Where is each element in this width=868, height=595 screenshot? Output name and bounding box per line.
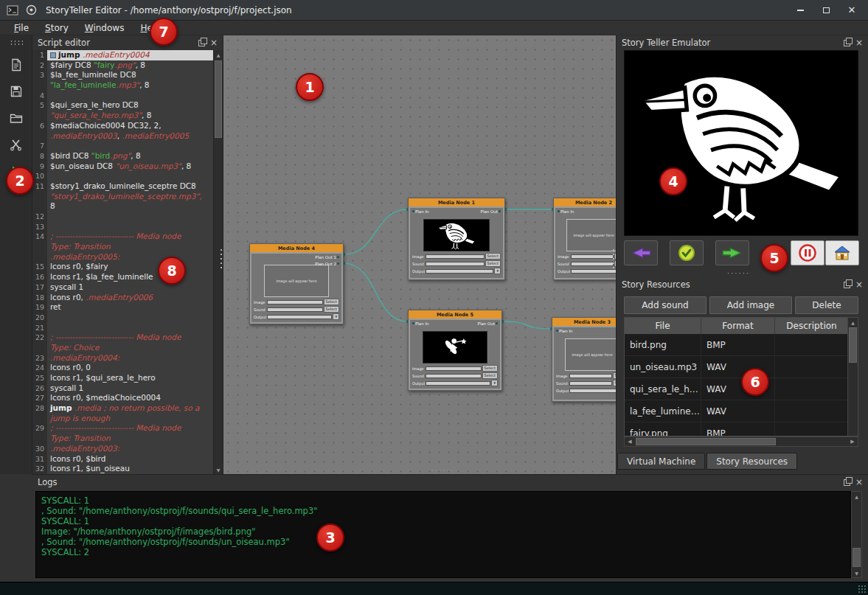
delete-button[interactable]: Delete	[795, 296, 858, 314]
code-line[interactable]: "qui_sera_le_hero.mp3", 8	[32, 111, 214, 121]
code-line[interactable]: "la_fee_luminelle.mp3", 8	[32, 80, 214, 91]
float-icon[interactable]	[198, 40, 205, 46]
resource-row[interactable]: la_fee_lumine…WAV	[625, 400, 858, 422]
code-line[interactable]: 20	[32, 313, 214, 323]
resource-row[interactable]: un_oiseau.mp3WAV	[625, 356, 858, 378]
column-header-file[interactable]: File	[625, 318, 701, 334]
node-output-port[interactable]: Plan Out	[478, 321, 499, 327]
save-button[interactable]	[7, 83, 26, 100]
code-line[interactable]: 6$mediaChoice0004 DC32, 2,	[32, 121, 214, 131]
close-icon[interactable]: ×	[210, 38, 218, 47]
code-line[interactable]: jump is enough	[32, 414, 214, 424]
emulator-back-button[interactable]	[624, 240, 658, 265]
node-field-value[interactable]	[569, 389, 616, 393]
code-line[interactable]: 9$un_oiseau DC8 "un_oiseau.mp3", 8	[32, 161, 214, 172]
menu-windows[interactable]: Windows	[78, 22, 131, 34]
scroll-up-icon[interactable]: ▲	[214, 50, 223, 59]
code-line[interactable]: 26syscall 1	[32, 383, 214, 394]
code-line[interactable]: 22; ---------------------------- Media n…	[32, 333, 214, 343]
node-select-button[interactable]: Select	[613, 380, 616, 386]
node-output-port[interactable]: Plan Out 1	[315, 254, 340, 260]
emulator-validate-button[interactable]	[670, 240, 704, 265]
float-icon[interactable]	[844, 282, 850, 288]
code-line[interactable]: 27lcons r0, $mediaChoice0004	[32, 393, 214, 403]
code-line[interactable]: .mediaEntry0005:	[32, 252, 214, 262]
node-select-button[interactable]: Select	[324, 299, 339, 305]
splitter-grip[interactable]	[219, 248, 223, 270]
resources-hscrollbar[interactable]: ◀ ▶	[624, 436, 858, 447]
node-field-value[interactable]	[426, 381, 490, 386]
scroll-up-icon[interactable]: ▲	[852, 492, 861, 501]
tab-story-resources[interactable]: Story Resources	[706, 453, 797, 470]
code-line[interactable]: 25lcons r1, $qui_sera_le_hero	[32, 373, 214, 383]
resources-table-scrollbar[interactable]: ▲	[847, 318, 858, 436]
node-select-button[interactable]: Select	[613, 372, 616, 379]
code-line[interactable]: 23.mediaEntry0004:	[32, 353, 214, 363]
code-line[interactable]: 4	[32, 91, 214, 101]
code-line[interactable]: 5$qui_sera_le_hero DC8	[32, 100, 214, 111]
close-icon[interactable]: ×	[855, 38, 863, 47]
node-select-button[interactable]: Select	[482, 372, 498, 379]
media-node[interactable]: Media Node 5Plan InPlan OutImageSelectSo…	[408, 310, 502, 391]
code-line[interactable]: 10	[32, 171, 214, 181]
node-field-value[interactable]	[267, 315, 332, 319]
code-line[interactable]: 17syscall 1	[32, 282, 214, 293]
code-line[interactable]: 7	[32, 141, 214, 151]
scroll-handle[interactable]	[636, 438, 776, 445]
media-node[interactable]: Media Node 3Plan InImage will appear her…	[552, 317, 616, 402]
maximize-icon[interactable]	[816, 3, 836, 18]
node-field-value[interactable]	[426, 254, 485, 259]
column-header-format[interactable]: Format	[701, 318, 775, 334]
node-field-value[interactable]	[571, 262, 614, 266]
scroll-left-icon[interactable]: ◀	[625, 437, 635, 446]
column-header-description[interactable]: Description	[775, 318, 849, 334]
close-icon[interactable]: ×	[855, 478, 863, 487]
node-field-value[interactable]	[267, 307, 323, 312]
code-line[interactable]: 24lcons r0, 0	[32, 363, 214, 373]
close-icon[interactable]: ✕	[841, 3, 862, 18]
scroll-handle[interactable]	[215, 60, 222, 138]
splitter-grip[interactable]: ······	[431, 468, 454, 473]
node-select-button[interactable]: Select	[324, 306, 339, 313]
node-title[interactable]: Media Node 4	[250, 244, 343, 252]
node-title[interactable]: Media Node 1	[409, 198, 504, 206]
node-output-port[interactable]: Plan Out 2	[315, 261, 340, 267]
node-select-button[interactable]: Select	[485, 260, 501, 267]
splitter-grip[interactable]	[611, 248, 616, 270]
float-icon[interactable]	[844, 40, 850, 46]
node-title[interactable]: Media Node 5	[409, 310, 501, 319]
code-line[interactable]: 32lcons r1, $un_oiseau	[32, 464, 214, 474]
media-node[interactable]: Media Node 2Plan InImage will appear her…	[553, 198, 616, 280]
toolbar-grip[interactable]	[10, 40, 23, 46]
code-line[interactable]: 12	[32, 212, 214, 222]
minimize-icon[interactable]	[790, 3, 810, 18]
scroll-down-icon[interactable]: ▼	[852, 568, 861, 577]
code-line[interactable]: "story1_drako_luminelle_sceptre.mp3",	[32, 192, 214, 202]
node-output-port[interactable]: Plan Out	[481, 209, 501, 215]
float-icon[interactable]	[844, 479, 850, 486]
code-line[interactable]: 21	[32, 323, 214, 333]
media-node[interactable]: Media Node 4Plan Out 1Plan Out 2Image wi…	[249, 243, 344, 324]
code-line[interactable]: 19ret	[32, 302, 214, 313]
node-field-value[interactable]	[426, 374, 482, 378]
emulator-pause-button[interactable]	[791, 240, 824, 265]
scroll-down-icon[interactable]: ▼	[214, 465, 223, 474]
code-line[interactable]: 3$la_fee_luminelle DC8	[32, 70, 214, 80]
code-line[interactable]: Type: Choice	[32, 343, 214, 353]
node-field-value[interactable]	[569, 374, 612, 378]
open-button[interactable]	[7, 109, 26, 127]
node-title[interactable]: Media Node 3	[552, 318, 616, 326]
code-line[interactable]: 16lcons r1, $la_fee_luminelle	[32, 272, 214, 282]
code-line[interactable]: .mediaEntry0003, .mediaEntry0005	[32, 131, 214, 142]
new-script-button[interactable]	[7, 56, 26, 74]
code-line[interactable]: 18lcons r0, .mediaEntry0006	[32, 293, 214, 303]
splitter-grip[interactable]: ······	[727, 271, 750, 276]
code-line[interactable]: Type: Transition	[32, 242, 214, 252]
emulator-home-button[interactable]	[825, 240, 859, 265]
menu-file[interactable]: File	[7, 22, 35, 34]
node-title[interactable]: Media Node 2	[554, 198, 616, 206]
scroll-right-icon[interactable]: ▶	[847, 437, 858, 446]
node-field-value[interactable]	[569, 381, 612, 386]
resource-row[interactable]: fairy.pngBMP	[625, 422, 858, 436]
node-input-port[interactable]: Plan In	[412, 321, 429, 327]
